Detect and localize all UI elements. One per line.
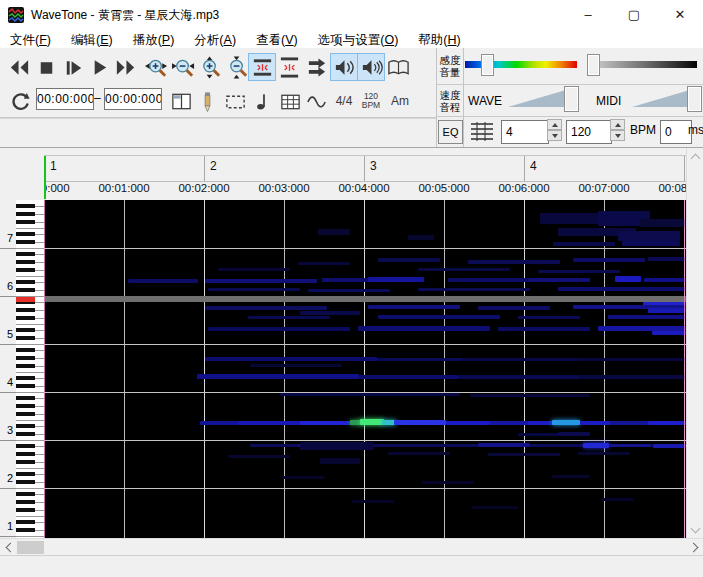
piano-keyboard[interactable] [16, 200, 45, 538]
scroll-right-button[interactable] [686, 539, 703, 556]
black-key[interactable] [16, 472, 35, 476]
black-key[interactable] [16, 492, 35, 496]
eq-button[interactable]: EQ [438, 120, 463, 144]
zoom-in-vertical-button[interactable] [196, 53, 224, 81]
zoom-out-vertical-button[interactable] [223, 53, 251, 81]
black-key[interactable] [16, 508, 35, 512]
split-view[interactable] [167, 87, 195, 115]
black-key[interactable] [16, 520, 35, 524]
sensitivity-slider-thumb[interactable] [481, 54, 494, 76]
wave-output-button[interactable] [330, 53, 358, 81]
rewind-button[interactable] [5, 53, 33, 81]
wave-volume-thumb[interactable] [564, 86, 579, 112]
note-tool[interactable] [251, 87, 275, 115]
time-from-field[interactable] [36, 88, 94, 110]
black-key[interactable] [16, 252, 35, 256]
black-key[interactable] [16, 528, 35, 532]
black-key[interactable] [16, 396, 35, 400]
close-button[interactable]: ✕ [657, 0, 703, 30]
key-divider [35, 338, 44, 339]
octave-divider [0, 248, 16, 249]
loop[interactable] [6, 87, 34, 115]
spectral-streak [615, 276, 641, 282]
horizontal-scroll-thumb[interactable] [17, 541, 44, 554]
minimize-button[interactable]: – [565, 0, 611, 30]
beats-per-measure-input[interactable] [501, 120, 549, 144]
step-play-button[interactable] [59, 53, 87, 81]
key-divider [35, 310, 44, 311]
scroll-down-button[interactable] [687, 521, 703, 538]
waveform-view[interactable] [304, 87, 330, 115]
black-key[interactable] [16, 424, 35, 428]
black-key[interactable] [16, 452, 35, 456]
play-button[interactable] [85, 53, 113, 81]
black-key[interactable] [16, 444, 35, 448]
fast-forward-button[interactable] [111, 53, 139, 81]
spectrogram-canvas[interactable] [44, 200, 686, 538]
black-key[interactable] [16, 364, 35, 368]
measure-tick [204, 156, 205, 181]
selected-piano-key-A#5[interactable] [16, 297, 35, 302]
note-expand-button[interactable] [275, 53, 303, 81]
black-key[interactable] [16, 232, 35, 236]
spectral-streak [580, 421, 610, 425]
black-key[interactable] [16, 384, 35, 388]
measure-ruler[interactable]: 1234 [44, 155, 686, 182]
black-key[interactable] [16, 460, 35, 464]
note-table[interactable] [276, 87, 304, 115]
volume-slider[interactable] [587, 61, 697, 68]
black-key[interactable] [16, 204, 35, 208]
tempo-input[interactable] [566, 120, 612, 144]
black-key[interactable] [16, 220, 35, 224]
black-key[interactable] [16, 308, 35, 312]
tempo-spinner[interactable] [610, 119, 625, 141]
selection-tool[interactable] [221, 87, 249, 115]
black-key[interactable] [16, 336, 35, 340]
black-key[interactable] [16, 240, 35, 244]
zoom-out-horizontal-button[interactable] [169, 53, 197, 81]
spectral-streak [488, 453, 560, 456]
key-divider [16, 516, 44, 517]
octave-divider [0, 392, 16, 393]
time-to-field[interactable] [104, 88, 162, 110]
volume-slider-thumb[interactable] [587, 54, 600, 76]
title-bar[interactable]: WaveTone - 黄霄雲 - 星辰大海.mp3 – ▢ ✕ [0, 0, 703, 30]
timeline-ruler[interactable]: 1234 00:00:00000:01:00000:02:00000:03:00… [0, 148, 703, 201]
scroll-up-button[interactable] [687, 148, 703, 165]
key-display[interactable]: Am [387, 87, 413, 115]
black-key[interactable] [16, 404, 35, 408]
tempo-display[interactable]: 120BPM [357, 87, 385, 115]
time-signature[interactable]: 4/4 [331, 87, 357, 115]
maximize-button[interactable]: ▢ [611, 0, 657, 30]
black-key[interactable] [16, 288, 35, 292]
black-key[interactable] [16, 260, 35, 264]
transfer-button[interactable] [303, 53, 331, 81]
scroll-left-button[interactable] [0, 539, 17, 556]
octave-label-3: 3 [0, 424, 13, 436]
black-key[interactable] [16, 432, 35, 436]
vertical-scrollbar[interactable] [686, 148, 703, 538]
black-key[interactable] [16, 480, 35, 484]
zoom-in-horizontal-button[interactable] [142, 53, 170, 81]
stop-button[interactable] [32, 53, 60, 81]
horizontal-scrollbar[interactable] [0, 538, 703, 556]
black-key[interactable] [16, 356, 35, 360]
midi-output-button[interactable] [357, 53, 385, 81]
time-ruler[interactable]: 00:00:00000:01:00000:02:00000:03:00000:0… [44, 181, 686, 199]
key-divider [16, 488, 44, 489]
black-key[interactable] [16, 316, 35, 320]
score-book-button[interactable] [384, 53, 412, 81]
black-key[interactable] [16, 280, 35, 284]
black-key[interactable] [16, 328, 35, 332]
black-key[interactable] [16, 412, 35, 416]
black-key[interactable] [16, 268, 35, 272]
black-key[interactable] [16, 500, 35, 504]
black-key[interactable] [16, 348, 35, 352]
pencil-tool[interactable] [195, 87, 219, 115]
black-key[interactable] [16, 376, 35, 380]
beats-spinner[interactable] [547, 119, 562, 141]
spectral-streak [298, 262, 350, 265]
note-compress-button[interactable] [248, 53, 276, 81]
black-key[interactable] [16, 212, 35, 216]
midi-volume-thumb[interactable] [687, 86, 702, 112]
